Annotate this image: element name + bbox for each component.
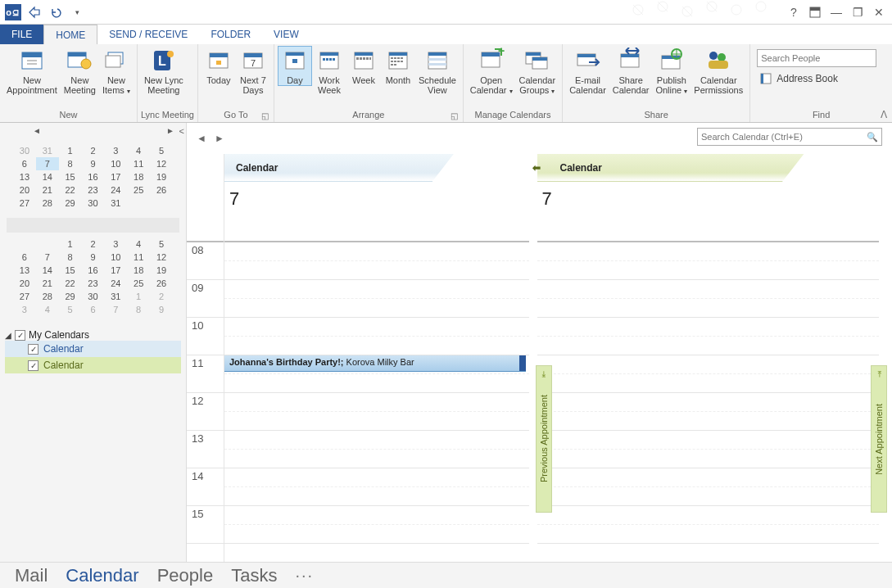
date-cell[interactable]: 30 bbox=[82, 197, 105, 210]
publish-online-button[interactable]: Publish Online ▾ bbox=[652, 46, 691, 97]
date-cell[interactable]: 20 bbox=[13, 183, 36, 197]
time-slot[interactable] bbox=[224, 242, 529, 280]
restore-icon[interactable]: ❐ bbox=[848, 4, 867, 20]
checkbox-icon[interactable]: ✓ bbox=[28, 360, 38, 371]
nav-calendar[interactable]: Calendar bbox=[66, 565, 138, 586]
checkbox-icon[interactable]: ✓ bbox=[15, 330, 25, 341]
all-day-area[interactable]: 7 bbox=[224, 182, 529, 242]
date-cell[interactable]: 23 bbox=[82, 277, 105, 290]
prev-day-icon[interactable]: ◄ bbox=[197, 133, 206, 144]
minimize-icon[interactable]: — bbox=[826, 4, 846, 20]
date-cell[interactable]: 21 bbox=[36, 183, 59, 197]
date-cell[interactable]: 27 bbox=[13, 197, 36, 210]
calendar-event[interactable]: Johanna's Birthday Party!; Korova Milky … bbox=[224, 355, 526, 372]
next-appointment-handle[interactable]: ⇥Next Appointment bbox=[871, 365, 887, 513]
datepicker-prev-icon[interactable]: ◄ bbox=[33, 126, 41, 138]
ribbon-display-options-icon[interactable] bbox=[805, 4, 825, 20]
date-cell[interactable]: 7 bbox=[104, 303, 127, 316]
help-icon[interactable]: ? bbox=[784, 4, 804, 20]
date-cell[interactable]: 17 bbox=[104, 170, 127, 183]
checkbox-icon[interactable]: ✓ bbox=[28, 344, 38, 355]
date-cell[interactable] bbox=[127, 197, 150, 210]
time-slot[interactable] bbox=[537, 280, 880, 318]
date-cell[interactable]: 6 bbox=[13, 251, 36, 264]
date-cell[interactable]: 21 bbox=[36, 277, 59, 290]
date-cell[interactable]: 7 bbox=[36, 157, 59, 170]
date-cell[interactable]: 26 bbox=[150, 183, 173, 197]
dialog-launcher-icon[interactable]: ◱ bbox=[260, 111, 270, 120]
calendar-tab-secondary[interactable]: ⬅ Calendar ✕ bbox=[537, 154, 880, 182]
date-cell[interactable]: 23 bbox=[82, 183, 105, 197]
all-day-area[interactable]: 7 bbox=[537, 182, 880, 242]
date-cell[interactable]: 4 bbox=[36, 303, 59, 316]
time-slot[interactable] bbox=[537, 393, 880, 431]
date-cell[interactable]: 19 bbox=[150, 264, 173, 277]
search-people-input[interactable]: Search People bbox=[757, 49, 876, 67]
time-slot[interactable] bbox=[537, 355, 880, 393]
date-cell[interactable]: 25 bbox=[127, 277, 150, 290]
date-cell[interactable]: 29 bbox=[59, 290, 82, 303]
date-cell[interactable]: 24 bbox=[104, 277, 127, 290]
next-day-icon[interactable]: ► bbox=[215, 133, 224, 144]
date-cell[interactable]: 2 bbox=[82, 144, 105, 157]
time-slot[interactable] bbox=[537, 242, 880, 280]
date-cell[interactable]: 3 bbox=[104, 144, 127, 157]
my-calendars-group[interactable]: ◢ ✓ My Calendars bbox=[5, 329, 181, 341]
work-week-view-button[interactable]: Work Week bbox=[312, 46, 346, 95]
overlay-back-icon[interactable]: ⬅ bbox=[532, 162, 541, 174]
date-cell[interactable]: 2 bbox=[150, 290, 173, 303]
time-slot[interactable] bbox=[537, 318, 880, 355]
date-cell[interactable]: 30 bbox=[82, 290, 105, 303]
nav-people[interactable]: People bbox=[157, 565, 214, 586]
date-cell[interactable]: 10 bbox=[104, 157, 127, 170]
date-cell[interactable]: 5 bbox=[150, 144, 173, 157]
search-calendar-input[interactable]: Search Calendar (Ctrl+E) 🔍 bbox=[697, 128, 882, 146]
nav-more-icon[interactable]: ··· bbox=[295, 566, 314, 585]
date-cell[interactable]: 28 bbox=[36, 290, 59, 303]
time-slot[interactable] bbox=[537, 431, 880, 468]
date-cell[interactable]: 9 bbox=[82, 157, 105, 170]
date-cell[interactable]: 10 bbox=[104, 251, 127, 264]
date-cell[interactable]: 12 bbox=[150, 251, 173, 264]
date-cell[interactable]: 8 bbox=[59, 251, 82, 264]
date-cell[interactable]: 9 bbox=[82, 251, 105, 264]
schedule-view-button[interactable]: Schedule View bbox=[415, 46, 460, 95]
date-cell[interactable]: 9 bbox=[150, 303, 173, 316]
time-slot[interactable] bbox=[224, 318, 529, 355]
calendar-permissions-button[interactable]: Calendar Permissions bbox=[691, 46, 746, 95]
date-cell[interactable]: 17 bbox=[104, 264, 127, 277]
time-slot[interactable] bbox=[224, 468, 529, 506]
datepicker-month-header[interactable] bbox=[7, 218, 179, 233]
date-cell[interactable]: 5 bbox=[150, 237, 173, 251]
date-cell[interactable]: 2 bbox=[82, 237, 105, 251]
date-cell[interactable]: 13 bbox=[13, 264, 36, 277]
qat-customize-icon[interactable]: ▾ bbox=[69, 4, 85, 20]
send-receive-qat-icon[interactable] bbox=[26, 4, 43, 20]
date-cell[interactable]: 11 bbox=[127, 157, 150, 170]
calendar-tab-primary[interactable]: Calendar ✕ bbox=[224, 154, 529, 182]
date-cell[interactable]: 15 bbox=[59, 170, 82, 183]
week-view-button[interactable]: Week bbox=[346, 46, 381, 85]
date-cell[interactable]: 31 bbox=[104, 290, 127, 303]
time-slot[interactable] bbox=[224, 393, 529, 431]
home-tab[interactable]: HOME bbox=[43, 25, 97, 44]
date-cell[interactable]: 29 bbox=[59, 197, 82, 210]
month-view-button[interactable]: Month bbox=[381, 46, 415, 85]
date-cell[interactable] bbox=[36, 237, 59, 251]
day-view-button[interactable]: Day bbox=[278, 46, 312, 86]
date-cell[interactable]: 8 bbox=[59, 157, 82, 170]
time-slot[interactable] bbox=[224, 431, 529, 468]
next-7-days-button[interactable]: 7Next 7 Days bbox=[236, 46, 270, 95]
date-cell[interactable]: 24 bbox=[104, 183, 127, 197]
date-cell[interactable]: 28 bbox=[36, 197, 59, 210]
share-calendar-button[interactable]: Share Calendar bbox=[609, 46, 653, 95]
date-cell[interactable]: 3 bbox=[13, 303, 36, 316]
view-tab[interactable]: VIEW bbox=[262, 25, 310, 44]
file-tab[interactable]: FILE bbox=[0, 25, 43, 44]
date-cell[interactable]: 15 bbox=[59, 264, 82, 277]
date-cell[interactable]: 22 bbox=[59, 277, 82, 290]
date-cell[interactable]: 5 bbox=[59, 303, 82, 316]
date-cell[interactable]: 27 bbox=[13, 290, 36, 303]
nav-tasks[interactable]: Tasks bbox=[231, 565, 277, 586]
date-cell[interactable]: 3 bbox=[104, 237, 127, 251]
